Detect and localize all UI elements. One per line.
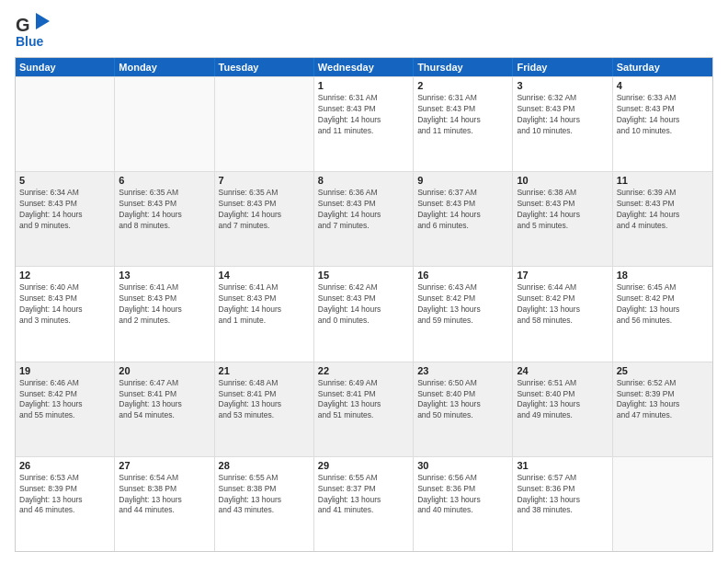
day-number-22: 22 — [318, 365, 409, 376]
day-number-2: 2 — [417, 80, 508, 91]
day-info-16: Sunrise: 6:43 AM Sunset: 8:42 PM Dayligh… — [417, 282, 508, 327]
day-number-21: 21 — [219, 365, 310, 376]
weekday-header-friday: Friday — [513, 58, 612, 76]
day-info-4: Sunrise: 6:33 AM Sunset: 8:43 PM Dayligh… — [617, 93, 709, 137]
day-info-11: Sunrise: 6:39 AM Sunset: 8:43 PM Dayligh… — [617, 188, 709, 232]
day-cell-17: 17Sunrise: 6:44 AM Sunset: 8:42 PM Dayli… — [513, 267, 612, 361]
calendar-row-1: 1Sunrise: 6:31 AM Sunset: 8:43 PM Daylig… — [16, 76, 712, 171]
svg-text:Blue: Blue — [16, 34, 44, 49]
day-info-29: Sunrise: 6:55 AM Sunset: 8:37 PM Dayligh… — [318, 473, 409, 517]
day-number-13: 13 — [119, 270, 210, 281]
day-number-31: 31 — [517, 460, 608, 471]
day-cell-16: 16Sunrise: 6:43 AM Sunset: 8:42 PM Dayli… — [414, 267, 513, 361]
day-cell-24: 24Sunrise: 6:51 AM Sunset: 8:40 PM Dayli… — [513, 362, 612, 456]
day-number-27: 27 — [119, 460, 210, 471]
calendar-header: SundayMondayTuesdayWednesdayThursdayFrid… — [16, 58, 712, 76]
day-cell-11: 11Sunrise: 6:39 AM Sunset: 8:43 PM Dayli… — [613, 172, 712, 266]
day-info-30: Sunrise: 6:56 AM Sunset: 8:36 PM Dayligh… — [417, 473, 508, 517]
day-info-9: Sunrise: 6:37 AM Sunset: 8:43 PM Dayligh… — [417, 188, 508, 232]
day-number-4: 4 — [617, 80, 709, 91]
day-cell-2: 2Sunrise: 6:31 AM Sunset: 8:43 PM Daylig… — [414, 77, 513, 171]
day-cell-3: 3Sunrise: 6:32 AM Sunset: 8:43 PM Daylig… — [513, 77, 612, 171]
day-number-7: 7 — [219, 175, 310, 186]
calendar-row-5: 26Sunrise: 6:53 AM Sunset: 8:39 PM Dayli… — [16, 456, 712, 551]
day-info-2: Sunrise: 6:31 AM Sunset: 8:43 PM Dayligh… — [417, 93, 508, 137]
day-number-1: 1 — [318, 80, 409, 91]
day-number-9: 9 — [417, 175, 508, 186]
weekday-header-sunday: Sunday — [16, 58, 115, 76]
day-info-22: Sunrise: 6:49 AM Sunset: 8:41 PM Dayligh… — [318, 378, 409, 422]
calendar-body: 1Sunrise: 6:31 AM Sunset: 8:43 PM Daylig… — [16, 76, 712, 551]
page: G Blue SundayMondayTuesdayWednesdayThurs… — [0, 0, 728, 563]
day-cell-9: 9Sunrise: 6:37 AM Sunset: 8:43 PM Daylig… — [414, 172, 513, 266]
day-cell-15: 15Sunrise: 6:42 AM Sunset: 8:43 PM Dayli… — [314, 267, 414, 361]
day-number-25: 25 — [617, 365, 709, 376]
day-cell-26: 26Sunrise: 6:53 AM Sunset: 8:39 PM Dayli… — [16, 457, 115, 551]
day-info-15: Sunrise: 6:42 AM Sunset: 8:43 PM Dayligh… — [318, 282, 409, 327]
empty-cell-4-6 — [613, 457, 712, 551]
day-cell-6: 6Sunrise: 6:35 AM Sunset: 8:43 PM Daylig… — [115, 172, 214, 266]
day-cell-21: 21Sunrise: 6:48 AM Sunset: 8:41 PM Dayli… — [215, 362, 314, 456]
day-info-25: Sunrise: 6:52 AM Sunset: 8:39 PM Dayligh… — [617, 378, 709, 422]
day-number-12: 12 — [19, 270, 110, 281]
day-cell-13: 13Sunrise: 6:41 AM Sunset: 8:43 PM Dayli… — [115, 267, 214, 361]
logo: G Blue — [15, 11, 55, 52]
day-info-24: Sunrise: 6:51 AM Sunset: 8:40 PM Dayligh… — [517, 378, 608, 422]
day-info-23: Sunrise: 6:50 AM Sunset: 8:40 PM Dayligh… — [417, 378, 508, 422]
day-cell-19: 19Sunrise: 6:46 AM Sunset: 8:42 PM Dayli… — [16, 362, 115, 456]
day-info-20: Sunrise: 6:47 AM Sunset: 8:41 PM Dayligh… — [119, 378, 210, 422]
day-info-8: Sunrise: 6:36 AM Sunset: 8:43 PM Dayligh… — [318, 188, 409, 232]
day-info-6: Sunrise: 6:35 AM Sunset: 8:43 PM Dayligh… — [119, 188, 210, 232]
day-number-14: 14 — [219, 270, 310, 281]
svg-text:G: G — [16, 15, 30, 35]
weekday-header-thursday: Thursday — [414, 58, 513, 76]
day-number-6: 6 — [119, 175, 210, 186]
day-number-3: 3 — [517, 80, 608, 91]
header: G Blue — [15, 11, 713, 52]
logo-svg: G Blue — [15, 11, 55, 52]
day-number-28: 28 — [219, 460, 310, 471]
day-info-7: Sunrise: 6:35 AM Sunset: 8:43 PM Dayligh… — [219, 188, 310, 232]
weekday-header-wednesday: Wednesday — [314, 58, 414, 76]
day-cell-7: 7Sunrise: 6:35 AM Sunset: 8:43 PM Daylig… — [215, 172, 314, 266]
day-number-26: 26 — [19, 460, 110, 471]
day-info-19: Sunrise: 6:46 AM Sunset: 8:42 PM Dayligh… — [19, 378, 110, 422]
day-info-31: Sunrise: 6:57 AM Sunset: 8:36 PM Dayligh… — [517, 473, 608, 517]
weekday-header-saturday: Saturday — [613, 58, 712, 76]
day-cell-27: 27Sunrise: 6:54 AM Sunset: 8:38 PM Dayli… — [115, 457, 214, 551]
day-number-11: 11 — [617, 175, 709, 186]
day-info-21: Sunrise: 6:48 AM Sunset: 8:41 PM Dayligh… — [219, 378, 310, 422]
day-number-20: 20 — [119, 365, 210, 376]
day-info-26: Sunrise: 6:53 AM Sunset: 8:39 PM Dayligh… — [19, 473, 110, 517]
day-number-30: 30 — [417, 460, 508, 471]
empty-cell-0-0 — [16, 77, 115, 171]
calendar-row-4: 19Sunrise: 6:46 AM Sunset: 8:42 PM Dayli… — [16, 362, 712, 456]
day-number-23: 23 — [417, 365, 508, 376]
day-number-16: 16 — [417, 270, 508, 281]
calendar-row-3: 12Sunrise: 6:40 AM Sunset: 8:43 PM Dayli… — [16, 266, 712, 361]
day-info-3: Sunrise: 6:32 AM Sunset: 8:43 PM Dayligh… — [517, 93, 608, 137]
day-cell-8: 8Sunrise: 6:36 AM Sunset: 8:43 PM Daylig… — [314, 172, 414, 266]
empty-cell-0-2 — [215, 77, 314, 171]
day-number-8: 8 — [318, 175, 409, 186]
day-number-17: 17 — [517, 270, 608, 281]
day-cell-12: 12Sunrise: 6:40 AM Sunset: 8:43 PM Dayli… — [16, 267, 115, 361]
day-cell-5: 5Sunrise: 6:34 AM Sunset: 8:43 PM Daylig… — [16, 172, 115, 266]
day-cell-14: 14Sunrise: 6:41 AM Sunset: 8:43 PM Dayli… — [215, 267, 314, 361]
day-cell-29: 29Sunrise: 6:55 AM Sunset: 8:37 PM Dayli… — [314, 457, 414, 551]
day-info-5: Sunrise: 6:34 AM Sunset: 8:43 PM Dayligh… — [19, 188, 110, 232]
day-cell-4: 4Sunrise: 6:33 AM Sunset: 8:43 PM Daylig… — [613, 77, 712, 171]
day-info-12: Sunrise: 6:40 AM Sunset: 8:43 PM Dayligh… — [19, 282, 110, 327]
day-info-28: Sunrise: 6:55 AM Sunset: 8:38 PM Dayligh… — [219, 473, 310, 517]
day-cell-22: 22Sunrise: 6:49 AM Sunset: 8:41 PM Dayli… — [314, 362, 414, 456]
day-number-18: 18 — [617, 270, 709, 281]
weekday-header-monday: Monday — [115, 58, 214, 76]
calendar: SundayMondayTuesdayWednesdayThursdayFrid… — [15, 57, 713, 552]
day-info-17: Sunrise: 6:44 AM Sunset: 8:42 PM Dayligh… — [517, 282, 608, 327]
empty-cell-0-1 — [115, 77, 214, 171]
day-info-27: Sunrise: 6:54 AM Sunset: 8:38 PM Dayligh… — [119, 473, 210, 517]
day-number-29: 29 — [318, 460, 409, 471]
day-number-24: 24 — [517, 365, 608, 376]
day-info-10: Sunrise: 6:38 AM Sunset: 8:43 PM Dayligh… — [517, 188, 608, 232]
day-number-15: 15 — [318, 270, 409, 281]
